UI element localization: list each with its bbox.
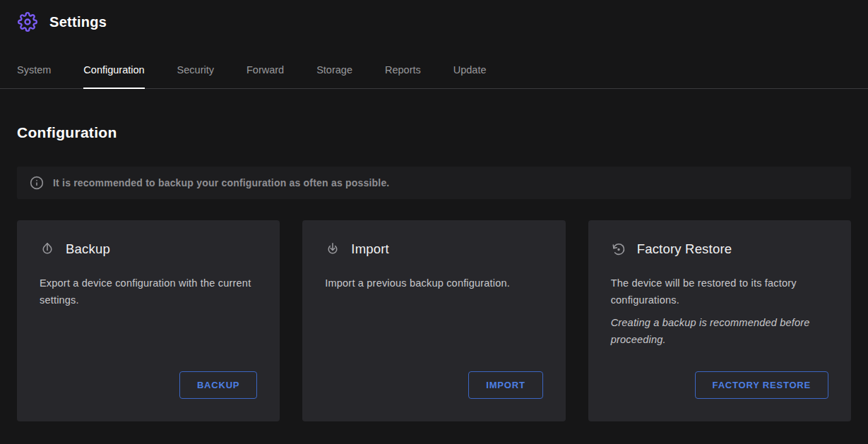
import-button[interactable]: IMPORT <box>468 371 542 399</box>
import-card: Import Import a previous backup configur… <box>302 220 565 421</box>
backup-card-description: Export a device configuration with the c… <box>40 275 257 309</box>
tab-update[interactable]: Update <box>453 64 487 88</box>
page-title: Settings <box>49 14 107 30</box>
import-card-actions: IMPORT <box>325 371 542 399</box>
settings-tabbar: System Configuration Security Forward St… <box>0 64 868 89</box>
tab-security[interactable]: Security <box>177 64 214 88</box>
import-download-icon <box>325 241 340 257</box>
backup-card: Backup Export a device configuration wit… <box>17 220 280 421</box>
backup-export-icon <box>40 241 55 257</box>
settings-gear-icon <box>17 11 38 32</box>
tab-configuration[interactable]: Configuration <box>83 64 144 88</box>
factory-restore-card-title: Factory Restore <box>637 241 732 257</box>
factory-restore-button[interactable]: FACTORY RESTORE <box>695 371 828 399</box>
configuration-cards: Backup Export a device configuration wit… <box>17 220 851 421</box>
factory-restore-card-actions: FACTORY RESTORE <box>611 371 828 399</box>
tab-reports[interactable]: Reports <box>385 64 421 88</box>
app-header: Settings <box>0 0 868 32</box>
info-banner: It is recommended to backup your configu… <box>17 167 851 199</box>
tab-forward[interactable]: Forward <box>246 64 284 88</box>
tab-storage[interactable]: Storage <box>316 64 352 88</box>
backup-card-actions: BACKUP <box>40 371 257 399</box>
import-card-title: Import <box>351 241 389 257</box>
factory-restore-card-description: The device will be restored to its facto… <box>611 275 828 309</box>
backup-button[interactable]: BACKUP <box>179 371 257 399</box>
backup-card-title: Backup <box>66 241 110 257</box>
info-icon <box>30 176 44 190</box>
factory-restore-card: Factory Restore The device will be resto… <box>588 220 851 421</box>
factory-restore-timer-icon <box>611 241 626 257</box>
section-heading: Configuration <box>17 124 851 141</box>
tab-system[interactable]: System <box>17 64 51 88</box>
factory-restore-card-header: Factory Restore <box>611 241 828 257</box>
info-banner-text: It is recommended to backup your configu… <box>53 177 389 188</box>
import-card-description: Import a previous backup configuration. <box>325 275 542 292</box>
import-card-header: Import <box>325 241 542 257</box>
factory-restore-card-note: Creating a backup is recommended before … <box>611 315 828 349</box>
backup-card-header: Backup <box>40 241 257 257</box>
